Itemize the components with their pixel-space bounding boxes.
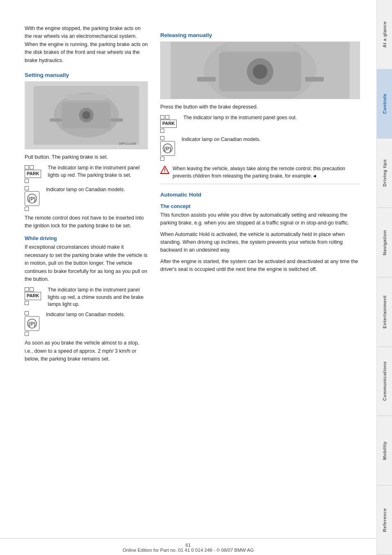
footer-text: Online Edition for Part no. 01 41 0 014 …	[122, 548, 254, 553]
svg-point-5	[82, 111, 90, 119]
p-circle-2: (P)	[25, 316, 39, 331]
svg-point-19	[253, 64, 267, 79]
park-badge-2: PARK	[25, 292, 41, 300]
auto-hold-text2: When Automatic Hold is activated, the ve…	[160, 231, 360, 254]
setting-indicator-2: (P) Indicator lamp on Canadian models.	[25, 186, 148, 211]
setting-manually-image: 05PC11106	[25, 81, 148, 149]
releasing-manually-image: 05PC11306	[160, 42, 360, 99]
setting-indicator-1: PARK The indicator lamp in the instrumen…	[25, 164, 148, 183]
remote-text: The remote control does not have to be i…	[25, 214, 148, 230]
sidebar-item-reference[interactable]: Reference	[377, 486, 392, 555]
svg-rect-6	[50, 118, 62, 122]
auto-hold-text3: After the engine is started, the system …	[160, 258, 360, 274]
releasing-indicator-2-text: Indicator lamp on Canadian models.	[182, 136, 261, 143]
p-circle-1: (P)	[25, 191, 39, 206]
setting-manually-heading: Setting manually	[25, 72, 148, 78]
setting-caption: Pull button. The parking brake is set.	[25, 153, 148, 161]
svg-text:(P): (P)	[28, 321, 35, 327]
p-circle-3: (P)	[160, 141, 175, 156]
auto-hold-text1: This function assists you while you driv…	[160, 211, 360, 227]
sidebar-item-navigation[interactable]: Navigation	[377, 208, 392, 278]
svg-text:(P): (P)	[28, 196, 35, 202]
sidebar-item-entertainment[interactable]: Entertainment	[377, 278, 392, 347]
while-driving-indicator-2-text: Indicator lamp on Canadian models.	[46, 311, 125, 318]
sidebar-item-driving-tips[interactable]: Driving tips	[377, 139, 392, 208]
section-divider	[160, 184, 360, 184]
sidebar-item-controls[interactable]: Controls	[377, 69, 392, 139]
svg-rect-8	[66, 94, 107, 100]
releasing-manually-heading: Releasing manually	[160, 32, 360, 38]
svg-rect-20	[197, 77, 216, 81]
warning-row: ! When leaving the vehicle, always take …	[160, 165, 360, 180]
warning-icon: !	[160, 165, 169, 174]
page-number: 61	[186, 543, 191, 548]
releasing-indicator-1-text: The indicator lamp in the instrument pan…	[183, 114, 297, 121]
releasing-indicator-1: PARK The indicator lamp in the instrumen…	[160, 114, 360, 132]
sidebar-item-at-a-glance[interactable]: At a glance	[377, 0, 392, 69]
svg-text:!: !	[164, 168, 166, 173]
park-badge-1: PARK	[25, 170, 41, 178]
while-driving-heading: While driving	[25, 236, 148, 241]
sidebar-item-communications[interactable]: Communications	[377, 347, 392, 416]
page-footer: 61 Online Edition for Part no. 01 41 0 0…	[0, 538, 376, 555]
concept-heading: The concept	[160, 204, 360, 209]
sidebar-item-mobility[interactable]: Mobility	[377, 416, 392, 486]
releasing-indicator-2: (P) Indicator lamp on Canadian models.	[160, 136, 360, 161]
setting-indicator-1-text: The indicator lamp in the instrument pan…	[48, 164, 148, 179]
svg-text:(P): (P)	[164, 146, 171, 152]
svg-rect-22	[227, 42, 293, 50]
sidebar: At a glance Controls Driving tips Naviga…	[376, 0, 392, 555]
intro-text: With the engine stopped, the parking bra…	[25, 25, 148, 65]
setting-indicator-2-text: Indicator lamp on Canadian models.	[46, 186, 125, 193]
while-driving-text1: If exceptional circumstances should make…	[25, 243, 148, 283]
while-driving-indicator-2: (P) Indicator lamp on Canadian models.	[25, 311, 148, 336]
svg-text:05PC11106: 05PC11106	[119, 142, 136, 146]
svg-rect-21	[305, 77, 324, 81]
warning-text: When leaving the vehicle, always take al…	[173, 165, 360, 180]
while-driving-indicator-1: PARK The indicator lamp in the instrumen…	[25, 287, 148, 308]
park-badge-3: PARK	[160, 120, 177, 127]
automatic-hold-heading: Automatic Hold	[160, 192, 360, 198]
releasing-caption: Press the button with the brake depresse…	[160, 103, 360, 111]
while-driving-indicator-1-text: The indicator lamp in the instrument pan…	[48, 287, 148, 308]
while-driving-text2: As soon as you brake the vehicle almost …	[25, 339, 148, 363]
svg-rect-7	[111, 118, 123, 122]
